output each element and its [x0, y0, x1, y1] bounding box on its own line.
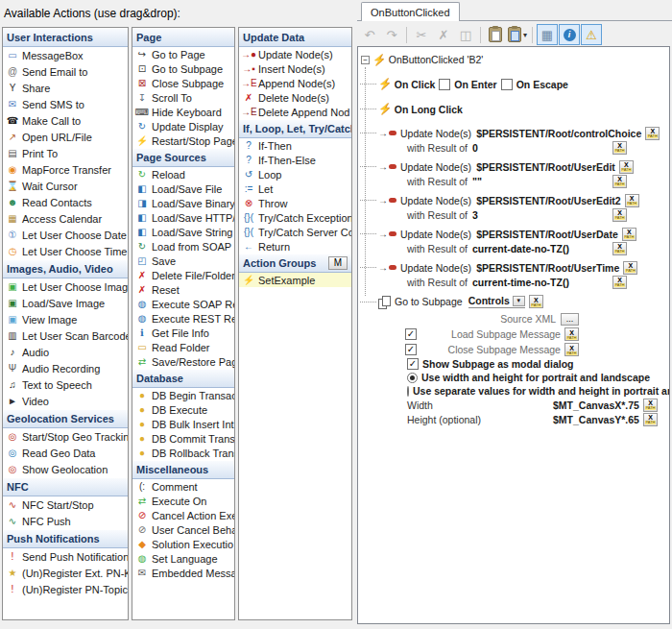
action-item-restart-stop-page[interactable]: ⚡Restart/Stop Page: [132, 133, 234, 148]
action-item-return[interactable]: ←Return: [239, 239, 351, 254]
redo-button[interactable]: ↷: [381, 24, 402, 45]
action-item-send-email-to[interactable]: @Send Email to: [3, 63, 128, 80]
action-item-let-user-choose-date[interactable]: ①Let User Choose Date: [3, 227, 128, 243]
action-item-db-rollback-trans[interactable]: ●DB Rollback Trans: [132, 446, 234, 460]
action-item-user-cancel-beha[interactable]: ⊘User Cancel Beha: [132, 522, 234, 537]
on-enter-checkbox[interactable]: [439, 79, 450, 90]
action-item-start-stop-geo-tracking[interactable]: ◎Start/Stop Geo Tracking: [3, 428, 128, 445]
xpath-edit-button[interactable]: XPATH: [645, 127, 660, 140]
action-item-load-save-string[interactable]: ◧Load/Save String: [132, 225, 234, 239]
action-item-if-then-else[interactable]: ?If-Then-Else: [239, 153, 351, 167]
show-info-button[interactable]: i: [559, 24, 580, 45]
update-nodes-action[interactable]: → Update Node(s) $PERSISTENT/Root/UserEd…: [360, 193, 669, 222]
action-item-execute-on[interactable]: ⇄Execute On: [132, 494, 234, 508]
chevron-down-icon[interactable]: ▾: [513, 296, 525, 306]
show-warnings-button[interactable]: ⚠: [581, 24, 602, 45]
update-nodes-action[interactable]: → Update Node(s) $PERSISTENT/Root/UserEd…: [360, 159, 669, 188]
action-item-get-file-info[interactable]: ℹGet File Info: [132, 326, 234, 340]
paste-append-button[interactable]: ▾: [507, 24, 528, 45]
action-item-save[interactable]: ◰Save: [132, 254, 234, 268]
action-item-un-register-ext-pn-key[interactable]: ★(Un)Register Ext. PN-Key: [3, 565, 128, 581]
xpath-edit-button[interactable]: XPATH: [529, 295, 543, 308]
action-item-audio[interactable]: ♪Audio: [3, 344, 128, 360]
action-item-load-from-soap[interactable]: ↻Load from SOAP: [132, 239, 234, 254]
show-groups-button[interactable]: ▦: [537, 24, 558, 45]
copy-button[interactable]: ◫: [455, 24, 476, 45]
action-item-close-subpage[interactable]: ⊠Close Subpage: [132, 76, 234, 90]
action-item-load-save-binary[interactable]: ◨Load/Save Binary: [132, 196, 234, 210]
action-item-try-catch-exceptions[interactable]: {}(Try/Catch Exceptions: [239, 210, 351, 225]
tab-onbuttonclicked[interactable]: OnButtonClicked: [361, 2, 460, 21]
action-item-read-folder[interactable]: ▭Read Folder: [132, 340, 234, 354]
update-nodes-action[interactable]: → Update Node(s) $PERSISTENT/Root/UserDa…: [360, 227, 669, 255]
source-xml-browse-button[interactable]: ...: [561, 313, 579, 326]
action-item-nfc-push[interactable]: ∿NFC Push: [3, 513, 128, 529]
xpath-edit-button[interactable]: XPATH: [643, 413, 658, 426]
action-item-load-save-file[interactable]: ◧Load/Save File: [132, 181, 234, 196]
subpage-target-combo[interactable]: Controls ▾: [468, 295, 525, 308]
action-item-loop[interactable]: ↺Loop: [239, 167, 351, 181]
action-item-text-to-speech[interactable]: ♫Text to Speech: [3, 376, 128, 393]
action-item-throw[interactable]: ⊗Throw: [239, 196, 351, 210]
action-item-save-restore-pag[interactable]: ⇄Save/Restore Pag: [132, 354, 234, 369]
on-escape-checkbox[interactable]: [501, 79, 513, 90]
action-item-set-language[interactable]: ◍Set Language: [132, 551, 234, 566]
xpath-edit-button[interactable]: XPATH: [612, 175, 627, 188]
action-item-cancel-action-exe[interactable]: ⊘Cancel Action Exe: [132, 508, 234, 522]
action-item-delete-append-nod[interactable]: →EDelete Append Nod: [239, 105, 351, 119]
action-item-wait-cursor[interactable]: ⌛Wait Cursor: [3, 178, 128, 194]
action-item-send-push-notification[interactable]: !Send Push Notification: [3, 548, 128, 565]
action-item-reload[interactable]: ↻Reload: [132, 167, 234, 181]
action-item-db-commit-transa[interactable]: ●DB Commit Transa: [132, 431, 234, 446]
action-item-audio-recording[interactable]: ΨAudio Recording: [3, 360, 128, 376]
xpath-edit-button[interactable]: XPATH: [622, 228, 636, 241]
xpath-edit-button[interactable]: XPATH: [612, 276, 627, 289]
action-item-db-execute[interactable]: ●DB Execute: [132, 402, 234, 417]
action-item-mapforce-transfer[interactable]: ◉MapForce Transfer: [3, 161, 128, 178]
action-item-go-to-page[interactable]: ↪Go to Page: [132, 47, 234, 61]
collapse-expander-icon[interactable]: −: [361, 56, 370, 64]
action-item-comment[interactable]: (:Comment: [132, 479, 234, 494]
action-item-let-user-choose-time[interactable]: ◷Let User Choose Time: [3, 243, 128, 259]
xpath-edit-button[interactable]: XPATH: [643, 399, 658, 412]
action-item-messagebox[interactable]: ▭MessageBox: [3, 47, 128, 63]
action-item-open-url-file[interactable]: ↗Open URL/File: [3, 129, 128, 145]
action-item-send-sms-to[interactable]: ✉Send SMS to: [3, 96, 128, 112]
action-item-scroll-to[interactable]: ↧Scroll To: [132, 90, 234, 105]
xpath-edit-button[interactable]: XPATH: [612, 242, 627, 255]
action-item-reset[interactable]: ✗Reset: [132, 282, 234, 297]
action-item-if-then[interactable]: ?If-Then: [239, 138, 351, 153]
action-item-execute-rest-req[interactable]: ◍Execute REST Req: [132, 311, 234, 326]
delete-button[interactable]: ✗: [433, 24, 454, 45]
xpath-edit-button[interactable]: XPATH: [612, 208, 627, 222]
size-single-radio[interactable]: [407, 373, 418, 383]
manage-action-groups-button[interactable]: M: [328, 256, 348, 270]
undo-button[interactable]: ↶: [359, 24, 380, 45]
load-message-checkbox[interactable]: ✓: [405, 328, 417, 340]
action-item-solution-executio[interactable]: ◆Solution Executio: [132, 537, 234, 551]
action-item-embedded-messa[interactable]: ✉Embedded Messa: [132, 566, 234, 580]
xpath-edit-button[interactable]: XPATH: [564, 327, 579, 341]
cut-button[interactable]: ✂: [411, 24, 432, 45]
size-separate-radio[interactable]: [407, 386, 409, 397]
close-message-checkbox[interactable]: ✓: [405, 344, 417, 355]
action-item-let-user-choose-image[interactable]: ▣Let User Choose Image: [3, 278, 128, 295]
update-nodes-action[interactable]: → Update Node(s) $PERSISTENT/Root/contro…: [360, 126, 669, 155]
action-item-db-bulk-insert-int[interactable]: ●DB Bulk Insert Int: [132, 417, 234, 431]
action-item-read-contacts[interactable]: ☻Read Contacts: [3, 194, 128, 210]
action-item-view-image[interactable]: ▣View Image: [3, 311, 128, 327]
action-item-read-geo-data[interactable]: ◎Read Geo Data: [3, 445, 128, 461]
action-item-un-register-pn-topics[interactable]: !(Un)Register PN-Topics: [3, 581, 128, 597]
update-nodes-action[interactable]: → Update Node(s) $PERSISTENT/Root/UserTi…: [360, 260, 669, 289]
xpath-edit-button[interactable]: XPATH: [625, 194, 639, 207]
action-item-update-node-s[interactable]: →●Update Node(s): [239, 47, 351, 61]
action-item-delete-node-s[interactable]: ✗Delete Node(s): [239, 90, 351, 105]
action-item-let-user-scan-barcode[interactable]: ▥Let User Scan Barcode: [3, 327, 128, 344]
action-item-append-node-s[interactable]: →EAppend Node(s): [239, 76, 351, 90]
xpath-edit-button[interactable]: XPATH: [623, 261, 637, 275]
action-item-make-call-to[interactable]: ☎Make Call to: [3, 112, 128, 129]
action-item-execute-soap-req[interactable]: ◍Execute SOAP Req: [132, 297, 234, 311]
action-item-share[interactable]: YShare: [3, 80, 128, 96]
action-item-load-save-image[interactable]: ▣Load/Save Image: [3, 295, 128, 311]
action-item-show-geolocation[interactable]: ◎Show Geolocation: [3, 461, 128, 477]
